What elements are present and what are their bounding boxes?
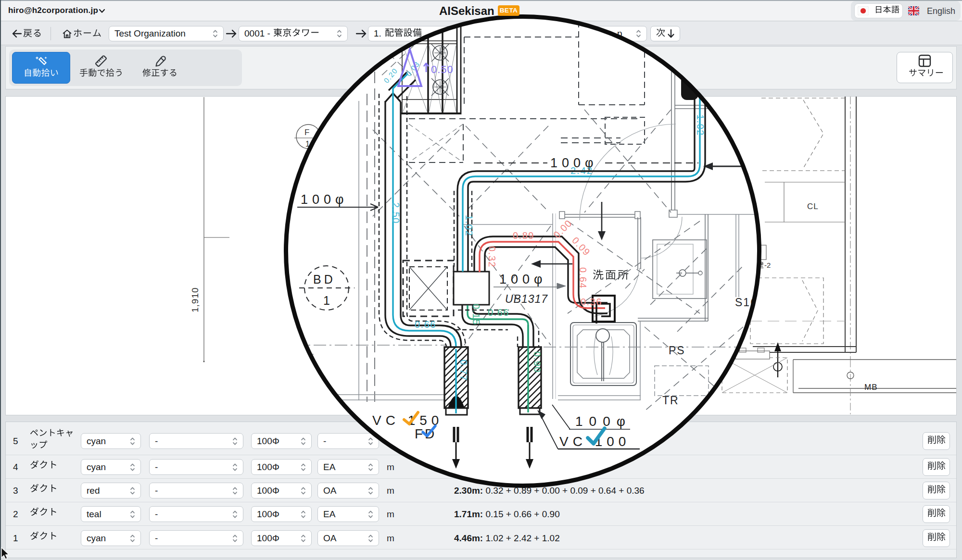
svg-text:1: 1 (323, 294, 330, 307)
svg-text:1.02: 1.02 (464, 215, 474, 236)
svg-text:TR: TR (662, 394, 679, 407)
svg-text:0.15: 0.15 (471, 304, 481, 325)
svg-text:100φ: 100φ (301, 192, 348, 207)
svg-text:BD: BD (313, 273, 336, 286)
svg-text:PS: PS (669, 344, 685, 357)
svg-text:0.90: 0.90 (532, 351, 543, 373)
svg-text:0.64: 0.64 (578, 267, 588, 289)
svg-text:2.50: 2.50 (391, 202, 401, 224)
svg-text:0.36: 0.36 (581, 297, 602, 307)
svg-text:VC 150: VC 150 (372, 413, 443, 428)
svg-text:0.89: 0.89 (513, 230, 534, 241)
svg-text:0.66: 0.66 (415, 319, 436, 330)
svg-text:100φ: 100φ (499, 272, 547, 286)
svg-text:100φ: 100φ (575, 414, 632, 429)
svg-text:0.66: 0.66 (488, 307, 509, 318)
svg-text:0.32: 0.32 (487, 246, 497, 268)
svg-text:UB1317: UB1317 (505, 293, 548, 305)
svg-text:0.50: 0.50 (431, 63, 454, 75)
svg-text:0.77: 0.77 (458, 360, 469, 381)
svg-text:1.02: 1.02 (695, 114, 706, 136)
